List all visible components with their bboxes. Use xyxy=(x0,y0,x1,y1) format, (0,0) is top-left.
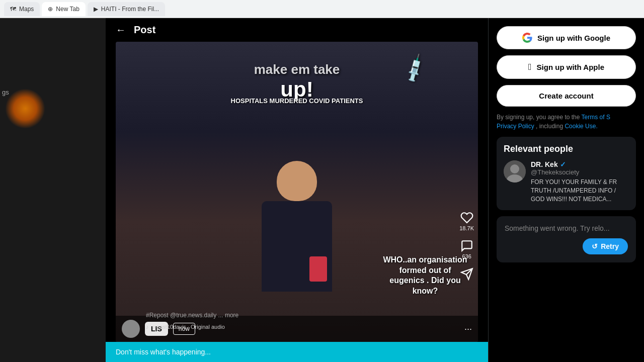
person-bio: FOR YOU! YOUR FAMILY & FR TRUTH /UNTAMPE… xyxy=(531,178,629,203)
terms-prefix: By signing up, you agree to the xyxy=(497,114,580,121)
person-name: DR. Kek ✓ xyxy=(531,160,629,168)
post-caption: #Repost @true.news.daily ... more xyxy=(146,312,238,319)
left-sidebar-label: gs xyxy=(2,88,9,96)
error-section: Something went wrong. Try relo... ↺ Retr… xyxy=(497,216,636,262)
terms-link[interactable]: Terms of S xyxy=(582,114,610,121)
video-person xyxy=(247,161,347,302)
audio-label: ♪ east10davis · Original audio xyxy=(152,324,225,330)
tab-new-tab-label: New Tab xyxy=(56,6,79,13)
relevant-people-title: Relevant people xyxy=(504,144,629,154)
terms-including: , including xyxy=(536,123,563,130)
share-button[interactable] xyxy=(460,267,473,282)
relevant-people-section: Relevant people DR. Kek ✓ @Thekeksocie xyxy=(497,137,636,210)
tab-haiti-label: HAITI - From the Fil... xyxy=(101,6,159,13)
retry-button[interactable]: ↺ Retry xyxy=(583,238,628,254)
person-card: DR. Kek ✓ @Thekeksociety FOR YOU! YOUR F… xyxy=(504,160,629,203)
comment-button[interactable]: 636 xyxy=(460,239,473,259)
tab-new-tab[interactable]: ⊕ New Tab xyxy=(42,2,85,16)
tab-haiti[interactable]: ▶ HAITI - From the Fil... xyxy=(88,2,165,16)
person-body xyxy=(262,201,332,292)
create-account-button[interactable]: Create account xyxy=(497,85,636,107)
music-icon: ♪ xyxy=(146,324,149,330)
main-area: gs ← Post 💉 make em take up! HOSPITALS M… xyxy=(0,18,644,362)
maps-icon: 🗺 xyxy=(10,6,16,13)
like-count: 18.7K xyxy=(459,225,474,231)
cookie-link[interactable]: Cookie Use. xyxy=(565,123,597,130)
tab-maps[interactable]: 🗺 Maps xyxy=(4,2,40,16)
signup-google-button[interactable]: Sign up with Google xyxy=(497,26,636,49)
more-options-button[interactable]: ··· xyxy=(464,324,472,334)
bottom-bar-text: Don't miss what's happening... xyxy=(116,348,211,356)
right-sidebar: Sign up with Google  Sign up with Apple… xyxy=(488,18,644,362)
audio-info: ♪ ♪ east10davis · Original audio xyxy=(146,324,225,330)
person-handle: @Thekeksociety xyxy=(531,168,629,176)
svg-point-3 xyxy=(510,164,519,173)
browser-tabs: 🗺 Maps ⊕ New Tab ▶ HAITI - From the Fil.… xyxy=(0,0,644,18)
back-button[interactable]: ← xyxy=(116,24,126,36)
haiti-icon: ▶ xyxy=(94,6,98,13)
avatar-image xyxy=(504,160,526,183)
error-message: Something went wrong. Try relo... xyxy=(505,224,610,232)
new-tab-icon: ⊕ xyxy=(48,6,53,13)
video-text-hospitals: HOSPITALS MURDERED COVID PATIENTS xyxy=(231,97,363,105)
signup-google-label: Sign up with Google xyxy=(537,34,610,42)
person-name-text: DR. Kek xyxy=(531,160,558,168)
google-icon xyxy=(522,33,532,43)
signup-apple-label: Sign up with Apple xyxy=(537,63,604,71)
retry-icon: ↺ xyxy=(592,242,598,250)
post-area: ← Post 💉 make em take up! HOSPITALS MURD… xyxy=(106,18,488,362)
comment-count: 636 xyxy=(462,253,471,259)
person-head xyxy=(277,161,317,201)
video-text-make: make em take xyxy=(254,62,340,77)
avatar xyxy=(504,160,526,183)
privacy-link[interactable]: Privacy Policy xyxy=(497,123,534,130)
like-button[interactable]: 18.7K xyxy=(459,211,474,231)
engagement-buttons: 18.7K 636 xyxy=(459,211,474,282)
person-info: DR. Kek ✓ @Thekeksociety FOR YOU! YOUR F… xyxy=(531,160,629,203)
post-header: ← Post xyxy=(106,18,488,42)
verified-badge: ✓ xyxy=(560,160,566,168)
bottom-bar: Don't miss what's happening... xyxy=(106,342,488,362)
retry-label: Retry xyxy=(601,242,619,250)
signup-apple-button[interactable]:  Sign up with Apple xyxy=(497,55,636,79)
tab-maps-label: Maps xyxy=(19,6,34,13)
page-title: Post xyxy=(134,24,155,36)
video-text-who: WHO..an organisation formed out of eugen… xyxy=(382,255,468,297)
left-sidebar: gs xyxy=(0,18,106,362)
terms-text: By signing up, you agree to the Terms of… xyxy=(497,113,636,131)
video-overlay-top: make em take up! xyxy=(254,62,340,102)
create-account-label: Create account xyxy=(539,92,593,100)
apple-icon:  xyxy=(528,62,532,72)
video-player[interactable]: 💉 make em take up! HOSPITALS MURDERED CO… xyxy=(116,42,478,342)
avatar xyxy=(122,320,140,338)
